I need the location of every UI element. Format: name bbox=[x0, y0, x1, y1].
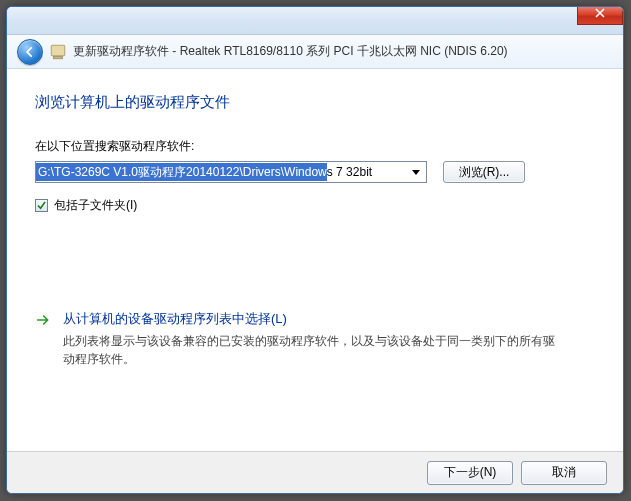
driver-update-window: 更新驱动程序软件 - Realtek RTL8169/8110 系列 PCI 千… bbox=[6, 6, 624, 494]
close-button[interactable] bbox=[577, 7, 623, 25]
window-title: 更新驱动程序软件 - Realtek RTL8169/8110 系列 PCI 千… bbox=[73, 43, 508, 60]
back-button[interactable] bbox=[17, 39, 43, 65]
window-controls bbox=[577, 7, 623, 25]
nav-row: 更新驱动程序软件 - Realtek RTL8169/8110 系列 PCI 千… bbox=[7, 35, 623, 69]
titlebar bbox=[7, 7, 623, 35]
cancel-button-label: 取消 bbox=[552, 464, 576, 481]
path-row: G:\TG-3269C V1.0驱动程序20140122\Drivers\Win… bbox=[35, 161, 595, 183]
page-heading: 浏览计算机上的驱动程序文件 bbox=[35, 93, 595, 112]
svg-rect-0 bbox=[51, 45, 65, 56]
next-button-label: 下一步(N) bbox=[444, 464, 497, 481]
include-subfolders-label: 包括子文件夹(I) bbox=[54, 197, 137, 214]
pick-from-list-option[interactable]: 从计算机的设备驱动程序列表中选择(L) 此列表将显示与该设备兼容的已安装的驱动程… bbox=[35, 310, 595, 368]
app-icon bbox=[49, 43, 67, 61]
browse-button[interactable]: 浏览(R)... bbox=[443, 161, 525, 183]
cancel-button[interactable]: 取消 bbox=[521, 461, 607, 485]
option-title: 从计算机的设备驱动程序列表中选择(L) bbox=[63, 310, 563, 328]
path-value-selected: G:\TG-3269C V1.0驱动程序20140122\Drivers\Win… bbox=[36, 163, 327, 181]
chevron-down-icon[interactable] bbox=[408, 163, 424, 181]
include-subfolders-checkbox[interactable] bbox=[35, 199, 48, 212]
path-value-rest: s 7 32bit bbox=[327, 163, 372, 181]
option-description: 此列表将显示与该设备兼容的已安装的驱动程序软件，以及与该设备处于同一类别下的所有… bbox=[63, 332, 563, 368]
content-area: 浏览计算机上的驱动程序文件 在以下位置搜索驱动程序软件: G:\TG-3269C… bbox=[7, 69, 623, 449]
path-combobox[interactable]: G:\TG-3269C V1.0驱动程序20140122\Drivers\Win… bbox=[35, 161, 427, 183]
search-location-label: 在以下位置搜索驱动程序软件: bbox=[35, 138, 595, 155]
arrow-right-icon bbox=[35, 310, 53, 368]
include-subfolders-row: 包括子文件夹(I) bbox=[35, 197, 595, 214]
footer: 下一步(N) 取消 bbox=[7, 451, 623, 493]
browse-button-label: 浏览(R)... bbox=[459, 164, 510, 181]
svg-rect-1 bbox=[54, 56, 63, 58]
option-text: 从计算机的设备驱动程序列表中选择(L) 此列表将显示与该设备兼容的已安装的驱动程… bbox=[63, 310, 563, 368]
next-button[interactable]: 下一步(N) bbox=[427, 461, 513, 485]
